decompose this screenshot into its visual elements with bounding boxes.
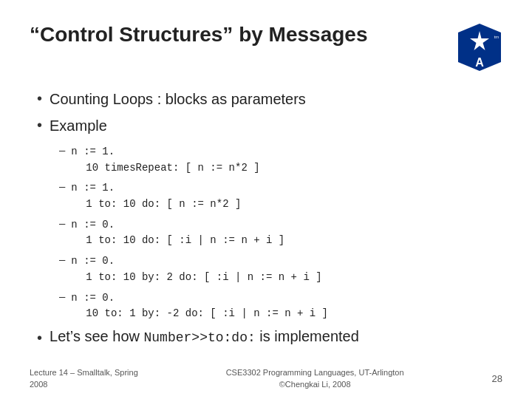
bullet-1-marker: • — [37, 90, 42, 107]
uta-logo: A tm — [457, 22, 502, 75]
svg-text:A: A — [475, 56, 484, 69]
code-line-2-2: 1 to: 10 do: [ n := n*2 ] — [71, 197, 241, 213]
dash-4: – — [59, 251, 65, 268]
sub-item-2: – n := 1.1 to: 10 do: [ n := n*2 ] — [59, 178, 502, 212]
bullet-2-marker: • — [37, 117, 42, 134]
code-line-2-1: n := 1.1 to: 10 do: [ n := n*2 ] — [71, 182, 241, 212]
sub-item-4: – n := 0.1 to: 10 by: 2 do: [ :i | n := … — [59, 251, 502, 285]
footer-left-line1: Lecture 14 – Smalltalk, Spring — [30, 367, 138, 378]
last-bullet-prefix: Let’s see how — [50, 328, 144, 344]
code-line-1-2: 10 timesRepeat: [ n := n*2 ] — [71, 160, 259, 177]
last-bullet-code: Number>>to:do: — [144, 330, 256, 345]
sub-item-5: – n := 0.10 to: 1 by: -2 do: [ :i | n :=… — [59, 288, 502, 322]
slide: “Control Structures” by Messages A tm • … — [0, 0, 532, 399]
footer-center: CSE3302 Programming Languages, UT-Arling… — [226, 367, 404, 390]
sub-item-1-code: n := 1.10 timesRepeat: [ n := n*2 ] — [71, 142, 259, 176]
bullet-item-1: • Counting Loops : blocks as parameters — [37, 89, 502, 109]
slide-content: • Counting Loops : blocks as parameters … — [30, 89, 502, 347]
footer-left-line2: 2008 — [30, 379, 138, 390]
slide-title: “Control Structures” by Messages — [30, 22, 457, 47]
slide-header: “Control Structures” by Messages A tm — [30, 22, 502, 75]
last-bullet-text: Let’s see how Number>>to:do: is implemen… — [50, 328, 359, 345]
sub-items-container: – n := 1.10 timesRepeat: [ n := n*2 ] – … — [59, 142, 502, 322]
last-bullet-suffix: is implemented — [256, 328, 359, 344]
sub-item-3-code: n := 0.1 to: 10 do: [ :i | n := n + i ] — [71, 215, 284, 249]
slide-footer: Lecture 14 – Smalltalk, Spring 2008 CSE3… — [0, 367, 532, 390]
footer-center-line1: CSE3302 Programming Languages, UT-Arling… — [226, 367, 404, 378]
bullet-2-text: Example — [50, 115, 107, 136]
bullet-last-marker: • — [37, 330, 42, 347]
dash-3: – — [59, 215, 65, 232]
code-line-3-2: 1 to: 10 do: [ :i | n := n + i ] — [71, 233, 284, 249]
sub-item-3: – n := 0.1 to: 10 do: [ :i | n := n + i … — [59, 215, 502, 249]
code-line-1-1: n := 1.10 timesRepeat: [ n := n*2 ] — [71, 146, 259, 176]
code-line-5-2: 10 to: 1 by: -2 do: [ :i | n := n + i ] — [71, 306, 328, 322]
dash-1: – — [59, 142, 65, 159]
dash-5: – — [59, 288, 65, 305]
sub-item-1: – n := 1.10 timesRepeat: [ n := n*2 ] — [59, 142, 502, 176]
footer-left: Lecture 14 – Smalltalk, Spring 2008 — [30, 367, 138, 390]
code-line-4-2: 1 to: 10 by: 2 do: [ :i | n := n + i ] — [71, 270, 321, 286]
bullet-item-2: • Example — [37, 115, 502, 136]
code-line-5-1: n := 0.10 to: 1 by: -2 do: [ :i | n := n… — [71, 292, 328, 322]
svg-text:tm: tm — [494, 35, 499, 39]
sub-item-5-code: n := 0.10 to: 1 by: -2 do: [ :i | n := n… — [71, 288, 328, 322]
sub-item-4-code: n := 0.1 to: 10 by: 2 do: [ :i | n := n … — [71, 251, 321, 285]
code-line-4-1: n := 0.1 to: 10 by: 2 do: [ :i | n := n … — [71, 255, 321, 285]
footer-center-line2: ©Chengkai Li, 2008 — [226, 379, 404, 390]
bullet-item-last: • Let’s see how Number>>to:do: is implem… — [37, 328, 502, 347]
sub-item-2-code: n := 1.1 to: 10 do: [ n := n*2 ] — [71, 178, 241, 212]
footer-page-number: 28 — [492, 373, 502, 384]
code-line-3-1: n := 0.1 to: 10 do: [ :i | n := n + i ] — [71, 219, 284, 249]
dash-2: – — [59, 178, 65, 195]
bullet-1-text: Counting Loops : blocks as parameters — [50, 89, 306, 109]
